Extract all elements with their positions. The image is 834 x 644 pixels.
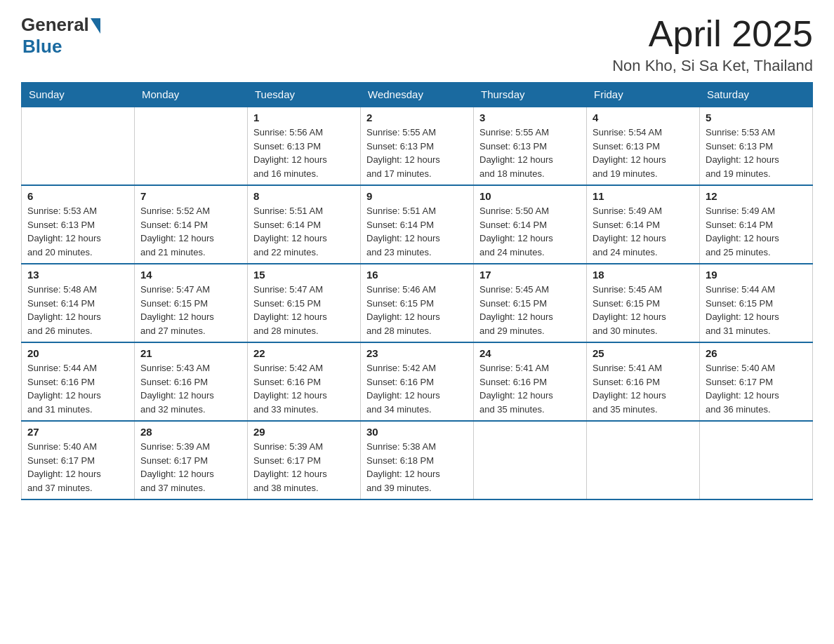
day-number: 20 [27,347,128,359]
calendar-cell: 12Sunrise: 5:49 AMSunset: 6:14 PMDayligh… [700,185,813,264]
day-info: Sunrise: 5:40 AMSunset: 6:17 PMDaylight:… [706,361,807,416]
day-info: Sunrise: 5:47 AMSunset: 6:15 PMDaylight:… [253,283,355,337]
day-number: 15 [253,269,355,281]
day-number: 19 [706,269,807,281]
calendar-cell: 28Sunrise: 5:39 AMSunset: 6:17 PMDayligh… [135,421,248,499]
day-number: 18 [593,269,694,281]
day-number: 22 [253,347,355,359]
day-info: Sunrise: 5:51 AMSunset: 6:14 PMDaylight:… [366,204,468,259]
day-number: 1 [253,112,355,123]
weekday-header-friday: Friday [587,83,700,107]
weekday-header-wednesday: Wednesday [361,83,474,107]
calendar-cell: 2Sunrise: 5:55 AMSunset: 6:13 PMDaylight… [361,107,474,185]
day-info: Sunrise: 5:44 AMSunset: 6:15 PMDaylight:… [706,283,807,337]
calendar-cell: 24Sunrise: 5:41 AMSunset: 6:16 PMDayligh… [474,342,587,421]
calendar-cell: 17Sunrise: 5:45 AMSunset: 6:15 PMDayligh… [474,264,587,342]
calendar-week-row: 20Sunrise: 5:44 AMSunset: 6:16 PMDayligh… [22,342,813,421]
calendar-cell: 22Sunrise: 5:42 AMSunset: 6:16 PMDayligh… [248,342,361,421]
calendar-cell: 10Sunrise: 5:50 AMSunset: 6:14 PMDayligh… [474,185,587,264]
day-number: 17 [479,269,581,281]
weekday-header-thursday: Thursday [474,83,587,107]
calendar-cell [700,421,813,499]
calendar-cell: 15Sunrise: 5:47 AMSunset: 6:15 PMDayligh… [248,264,361,342]
calendar-week-row: 27Sunrise: 5:40 AMSunset: 6:17 PMDayligh… [22,421,813,499]
day-info: Sunrise: 5:50 AMSunset: 6:14 PMDaylight:… [479,204,581,259]
day-number: 24 [479,347,581,359]
calendar-cell: 19Sunrise: 5:44 AMSunset: 6:15 PMDayligh… [700,264,813,342]
calendar-cell: 30Sunrise: 5:38 AMSunset: 6:18 PMDayligh… [361,421,474,499]
day-info: Sunrise: 5:45 AMSunset: 6:15 PMDaylight:… [479,283,581,337]
day-info: Sunrise: 5:47 AMSunset: 6:15 PMDaylight:… [140,283,241,337]
calendar-cell [22,107,135,185]
day-number: 8 [253,190,355,202]
calendar-cell: 4Sunrise: 5:54 AMSunset: 6:13 PMDaylight… [587,107,700,185]
day-info: Sunrise: 5:38 AMSunset: 6:18 PMDaylight:… [366,440,468,495]
day-number: 7 [140,190,241,202]
title-block: April 2025 Non Kho, Si Sa Ket, Thailand [612,14,813,75]
calendar-cell: 16Sunrise: 5:46 AMSunset: 6:15 PMDayligh… [361,264,474,342]
weekday-header-tuesday: Tuesday [248,83,361,107]
day-info: Sunrise: 5:55 AMSunset: 6:13 PMDaylight:… [366,126,468,180]
calendar-cell: 29Sunrise: 5:39 AMSunset: 6:17 PMDayligh… [248,421,361,499]
day-info: Sunrise: 5:41 AMSunset: 6:16 PMDaylight:… [479,361,581,416]
day-number: 3 [479,112,581,123]
logo-blue-text: Blue [22,36,62,58]
calendar-header-row: SundayMondayTuesdayWednesdayThursdayFrid… [22,83,813,107]
calendar-cell: 9Sunrise: 5:51 AMSunset: 6:14 PMDaylight… [361,185,474,264]
calendar-cell: 21Sunrise: 5:43 AMSunset: 6:16 PMDayligh… [135,342,248,421]
day-number: 28 [140,426,241,438]
calendar-cell: 7Sunrise: 5:52 AMSunset: 6:14 PMDaylight… [135,185,248,264]
location-title: Non Kho, Si Sa Ket, Thailand [612,57,813,75]
day-info: Sunrise: 5:53 AMSunset: 6:13 PMDaylight:… [27,204,128,259]
day-number: 21 [140,347,241,359]
day-number: 25 [593,347,694,359]
day-number: 5 [706,112,807,123]
day-info: Sunrise: 5:39 AMSunset: 6:17 PMDaylight:… [253,440,355,495]
day-number: 12 [706,190,807,202]
day-number: 30 [366,426,468,438]
day-number: 27 [27,426,128,438]
day-number: 2 [366,112,468,123]
calendar-cell: 5Sunrise: 5:53 AMSunset: 6:13 PMDaylight… [700,107,813,185]
day-info: Sunrise: 5:55 AMSunset: 6:13 PMDaylight:… [479,126,581,180]
day-info: Sunrise: 5:52 AMSunset: 6:14 PMDaylight:… [140,204,241,259]
day-number: 13 [27,269,128,281]
calendar-week-row: 6Sunrise: 5:53 AMSunset: 6:13 PMDaylight… [22,185,813,264]
logo-triangle-icon [91,18,100,34]
day-number: 4 [593,112,694,123]
day-info: Sunrise: 5:49 AMSunset: 6:14 PMDaylight:… [706,204,807,259]
day-info: Sunrise: 5:42 AMSunset: 6:16 PMDaylight:… [366,361,468,416]
day-info: Sunrise: 5:40 AMSunset: 6:17 PMDaylight:… [27,440,128,495]
calendar-cell: 8Sunrise: 5:51 AMSunset: 6:14 PMDaylight… [248,185,361,264]
calendar-cell [135,107,248,185]
month-title: April 2025 [612,14,813,54]
calendar-cell: 20Sunrise: 5:44 AMSunset: 6:16 PMDayligh… [22,342,135,421]
calendar-cell: 3Sunrise: 5:55 AMSunset: 6:13 PMDaylight… [474,107,587,185]
day-info: Sunrise: 5:53 AMSunset: 6:13 PMDaylight:… [706,126,807,180]
weekday-header-saturday: Saturday [700,83,813,107]
day-number: 9 [366,190,468,202]
calendar-week-row: 13Sunrise: 5:48 AMSunset: 6:14 PMDayligh… [22,264,813,342]
day-number: 29 [253,426,355,438]
day-info: Sunrise: 5:48 AMSunset: 6:14 PMDaylight:… [27,283,128,337]
day-number: 16 [366,269,468,281]
logo-general-text: General [21,14,89,36]
calendar-cell: 27Sunrise: 5:40 AMSunset: 6:17 PMDayligh… [22,421,135,499]
calendar-cell [587,421,700,499]
day-info: Sunrise: 5:42 AMSunset: 6:16 PMDaylight:… [253,361,355,416]
day-info: Sunrise: 5:41 AMSunset: 6:16 PMDaylight:… [593,361,694,416]
calendar-week-row: 1Sunrise: 5:56 AMSunset: 6:13 PMDaylight… [22,107,813,185]
calendar-cell: 11Sunrise: 5:49 AMSunset: 6:14 PMDayligh… [587,185,700,264]
day-number: 14 [140,269,241,281]
calendar-cell [474,421,587,499]
calendar-cell: 23Sunrise: 5:42 AMSunset: 6:16 PMDayligh… [361,342,474,421]
calendar-cell: 14Sunrise: 5:47 AMSunset: 6:15 PMDayligh… [135,264,248,342]
calendar-cell: 6Sunrise: 5:53 AMSunset: 6:13 PMDaylight… [22,185,135,264]
page-header: General Blue April 2025 Non Kho, Si Sa K… [21,14,813,75]
day-number: 11 [593,190,694,202]
logo: General Blue [21,14,100,58]
day-info: Sunrise: 5:44 AMSunset: 6:16 PMDaylight:… [27,361,128,416]
day-info: Sunrise: 5:54 AMSunset: 6:13 PMDaylight:… [593,126,694,180]
calendar-cell: 1Sunrise: 5:56 AMSunset: 6:13 PMDaylight… [248,107,361,185]
day-number: 6 [27,190,128,202]
